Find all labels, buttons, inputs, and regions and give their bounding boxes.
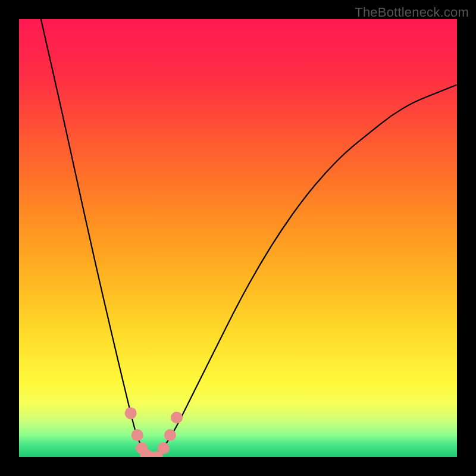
svg-rect-0	[19, 19, 457, 457]
plot-area	[19, 19, 457, 457]
background-gradient	[19, 19, 457, 457]
chart-frame: TheBottleneck.com	[0, 0, 476, 476]
watermark-text: TheBottleneck.com	[355, 5, 469, 20]
